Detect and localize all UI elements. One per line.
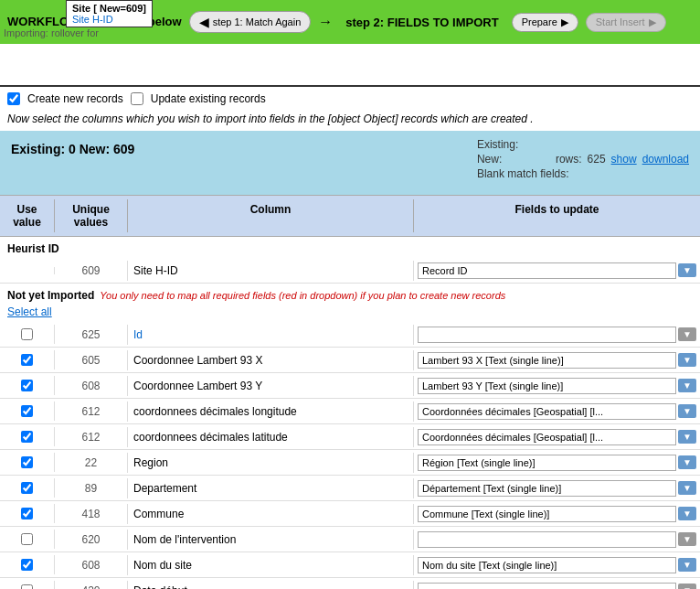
row-field-dropdown[interactable]: Lambert 93 X [Text (single line)]	[418, 352, 676, 369]
row-column-cell: Commune	[128, 504, 414, 524]
row-unique-cell: 22	[55, 453, 128, 473]
row-field-dropdown[interactable]: Région [Text (single line)]	[418, 455, 676, 471]
row-field-cell: Région [Text (single line)]▼	[414, 452, 700, 474]
step-arrow: →	[318, 14, 333, 30]
row-unique-cell: 89	[55, 478, 128, 498]
row-column-cell: Coordonnee Lambert 93 X	[128, 350, 414, 370]
row-unique-cell: 625	[55, 325, 128, 345]
row-use-checkbox[interactable]	[21, 482, 33, 494]
download-link[interactable]: download	[642, 153, 689, 166]
row-use-checkbox[interactable]	[21, 328, 33, 340]
row-checkbox-cell	[0, 581, 55, 589]
row-field-dropdown[interactable]: Commune [Text (single line)]	[418, 506, 676, 522]
row-field-cell: Coordonnées décimales [Geospatial] [l...…	[414, 426, 700, 448]
row-use-checkbox[interactable]	[21, 456, 33, 468]
row-checkbox-cell	[0, 427, 55, 446]
row-field-dropdown[interactable]: Coordonnées décimales [Geospatial] [l...	[418, 403, 676, 420]
step1-label: step 1: Match Again	[213, 16, 302, 27]
row-unique-cell: 612	[55, 402, 128, 422]
row-column-cell: coordonnees décimales longitude	[128, 402, 414, 422]
row-column-cell: Date début	[128, 581, 414, 590]
update-existing-checkbox[interactable]	[131, 92, 143, 105]
row-field-dropdown-empty[interactable]	[418, 583, 676, 590]
row-checkbox-cell	[0, 325, 55, 344]
row-dropdown-arrow-icon[interactable]: ▼	[678, 327, 696, 341]
not-imported-title: Not yet Imported	[7, 289, 94, 302]
row-field-dropdown[interactable]: Nom du site [Text (single line)]	[418, 557, 676, 573]
heurist-field-cell: Record ID ▼	[414, 260, 700, 282]
row-use-checkbox[interactable]	[21, 405, 33, 417]
row-use-checkbox[interactable]	[21, 354, 33, 366]
row-dropdown-arrow-icon[interactable]: ▼	[678, 353, 696, 367]
table-row: 608Coordonnee Lambert 93 YLambert 93 Y […	[0, 373, 700, 399]
table-row: 420Date début▼	[0, 578, 700, 589]
row-checkbox-cell	[0, 478, 55, 498]
row-unique-cell: 620	[55, 530, 128, 550]
row-checkbox-cell	[0, 504, 55, 523]
select-all-link[interactable]: Select all	[7, 305, 52, 318]
row-field-cell: ▼	[414, 529, 700, 551]
row-unique-cell: 612	[55, 427, 128, 447]
row-use-checkbox[interactable]	[21, 533, 33, 545]
start-insert-button[interactable]: Start Insert ▶	[586, 13, 666, 32]
row-checkbox-cell	[0, 376, 55, 395]
start-arrow-icon: ▶	[649, 16, 656, 28]
row-dropdown-arrow-icon[interactable]: ▼	[678, 558, 696, 572]
row-dropdown-arrow-icon[interactable]: ▼	[678, 532, 696, 546]
col-use-value: Use value	[0, 199, 55, 232]
step1-button[interactable]: ◀ step 1: Match Again	[189, 11, 312, 33]
row-field-cell: Lambert 93 Y [Text (single line)]▼	[414, 375, 700, 397]
create-new-checkbox[interactable]	[7, 92, 20, 105]
heurist-dropdown-arrow-icon[interactable]: ▼	[678, 263, 696, 277]
col-unique-values: Unique values	[55, 199, 128, 232]
row-use-checkbox[interactable]	[21, 584, 33, 589]
options-row: Create new records Update existing recor…	[0, 87, 700, 111]
row-field-dropdown[interactable]: Lambert 93 Y [Text (single line)]	[418, 378, 676, 394]
row-dropdown-arrow-icon[interactable]: ▼	[678, 379, 696, 392]
row-dropdown-arrow-icon[interactable]: ▼	[678, 481, 696, 495]
row-unique-cell: 608	[55, 555, 128, 575]
row-field-dropdown-empty[interactable]	[418, 531, 676, 548]
row-dropdown-arrow-icon[interactable]: ▼	[678, 507, 696, 520]
row-use-checkbox[interactable]	[21, 559, 33, 571]
row-field-cell: ▼	[414, 580, 700, 590]
row-unique-cell: 420	[55, 581, 128, 590]
row-unique-cell: 418	[55, 504, 128, 524]
row-field-cell: Nom du site [Text (single line)]▼	[414, 554, 700, 576]
row-dropdown-arrow-icon[interactable]: ▼	[678, 455, 696, 469]
row-field-cell: ▼	[414, 324, 700, 346]
table-row: 612coordonnees décimales longitudeCoordo…	[0, 399, 700, 424]
row-field-dropdown-empty[interactable]	[418, 327, 676, 343]
tooltip-line1: Site [ New=609]	[72, 3, 146, 14]
row-dropdown-arrow-icon[interactable]: ▼	[678, 584, 696, 589]
row-use-checkbox[interactable]	[21, 380, 33, 391]
row-dropdown-arrow-icon[interactable]: ▼	[678, 404, 696, 418]
create-new-label: Create new records	[27, 92, 123, 105]
row-field-cell: Département [Text (single line)]▼	[414, 477, 700, 499]
row-use-checkbox[interactable]	[21, 508, 33, 519]
heurist-field-dropdown[interactable]: Record ID	[418, 262, 676, 279]
show-link[interactable]: show	[611, 153, 637, 166]
row-unique-cell: 605	[55, 350, 128, 370]
row-column-cell: Nom de l'intervention	[128, 530, 414, 550]
row-column-cell: Departement	[128, 478, 414, 498]
heurist-row: 609 Site H-ID Record ID ▼	[0, 258, 700, 284]
table-row: 608Nom du siteNom du site [Text (single …	[0, 552, 700, 578]
row-checkbox-cell	[0, 402, 55, 421]
rows-value: 625	[588, 153, 606, 166]
prepare-button[interactable]: Prepare ▶	[512, 13, 578, 32]
row-field-dropdown[interactable]: Coordonnées décimales [Geospatial] [l...	[418, 429, 676, 445]
tooltip-line2: Site H-ID	[72, 14, 113, 25]
blank-label: Blank match fields:	[477, 167, 569, 180]
back-arrow-icon: ◀	[199, 15, 209, 29]
table-row: 89DepartementDépartement [Text (single l…	[0, 476, 700, 501]
row-dropdown-arrow-icon[interactable]: ▼	[678, 430, 696, 444]
row-checkbox-cell	[0, 453, 55, 472]
row-column-cell: Region	[128, 453, 414, 473]
stats-existing-new: Existing: 0 New: 609	[11, 138, 134, 156]
select-all-row: Select all	[0, 304, 700, 322]
row-use-checkbox[interactable]	[21, 431, 33, 443]
row-field-dropdown[interactable]: Département [Text (single line)]	[418, 480, 676, 497]
row-column-cell: Nom du site	[128, 555, 414, 575]
prepare-arrow-icon: ▶	[561, 16, 568, 28]
